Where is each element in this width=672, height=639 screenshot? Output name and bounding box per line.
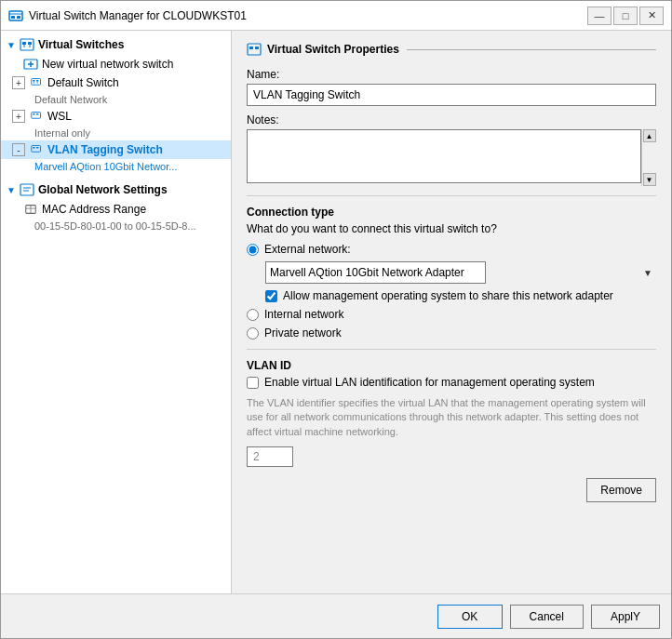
close-button[interactable]: ✕: [639, 7, 664, 25]
scroll-up-arrow[interactable]: ▲: [643, 129, 656, 142]
mac-value-sub: 00-15-5D-80-01-00 to 00-15-5D-8...: [1, 219, 231, 233]
vlan-section: VLAN ID Enable virtual LAN identificatio…: [247, 359, 656, 467]
left-panel: ▼ Virtual Switches: [1, 31, 232, 593]
svg-rect-21: [33, 147, 34, 149]
wsl-item[interactable]: + WSL: [1, 107, 231, 126]
ok-button[interactable]: OK: [437, 605, 503, 629]
main-window: Virtual Switch Manager for CLOUDWKST01 —…: [0, 0, 672, 639]
default-switch-label: Default Switch: [47, 76, 119, 89]
default-switch-sub: Default Network: [1, 92, 231, 107]
maximize-button[interactable]: □: [613, 7, 638, 25]
mac-range-item[interactable]: MAC Address Range: [1, 200, 231, 219]
vlan-expand[interactable]: -: [12, 143, 25, 156]
wsl-icon: [29, 109, 44, 124]
svg-rect-14: [36, 80, 38, 82]
default-switch-expand[interactable]: +: [12, 76, 25, 89]
adapter-dropdown-wrapper: Marvell AQtion 10Gbit Network Adapter ▼: [265, 261, 656, 284]
svg-rect-17: [32, 113, 41, 119]
wsl-sublabel: Internal only: [34, 127, 90, 139]
svg-rect-3: [17, 16, 20, 19]
vlan-title: VLAN ID: [247, 359, 656, 372]
private-network-radio[interactable]: [247, 327, 259, 339]
global-collapse-arrow[interactable]: ▼: [7, 185, 16, 195]
section-divider-2: [247, 349, 656, 350]
window-controls: — □ ✕: [587, 7, 664, 25]
external-network-radio[interactable]: [247, 244, 259, 256]
virtual-switches-icon: [20, 37, 34, 52]
new-virtual-switch-label: New virtual network switch: [42, 58, 173, 71]
svg-rect-12: [32, 79, 41, 86]
title-divider: [407, 49, 656, 50]
name-input[interactable]: [247, 84, 656, 106]
vlan-enable-checkbox[interactable]: [247, 377, 259, 389]
internal-network-option[interactable]: Internal network: [247, 308, 656, 321]
private-network-label: Private network: [264, 326, 342, 339]
virtual-switches-label: Virtual Switches: [38, 38, 124, 51]
global-network-header: ▼ Global Network Settings: [1, 180, 231, 200]
notes-row: Notes: ▲ ▼: [247, 113, 656, 186]
properties-header: Virtual Switch Properties: [247, 42, 656, 57]
share-adapter-checkbox[interactable]: [265, 290, 277, 302]
adapter-dropdown-container: Marvell AQtion 10Gbit Network Adapter ▼: [265, 261, 656, 284]
vlan-tagging-switch-item[interactable]: - VLAN Tagging Switch: [1, 140, 231, 159]
adapter-dropdown[interactable]: Marvell AQtion 10Gbit Network Adapter: [265, 261, 486, 284]
share-adapter-label: Allow management operating system to sha…: [283, 289, 613, 302]
svg-rect-23: [20, 184, 34, 195]
title-bar: Virtual Switch Manager for CLOUDWKST01 —…: [1, 1, 671, 31]
remove-button[interactable]: Remove: [586, 478, 656, 502]
internal-network-label: Internal network: [264, 308, 343, 321]
share-adapter-checkbox-row[interactable]: Allow management operating system to sha…: [265, 289, 656, 302]
properties-title: Virtual Switch Properties: [267, 43, 399, 56]
wsl-sub: Internal only: [1, 126, 231, 140]
minimize-button[interactable]: —: [587, 7, 612, 25]
apply-button[interactable]: ApplY: [591, 605, 660, 629]
window-title: Virtual Switch Manager for CLOUDWKST01: [29, 9, 587, 22]
new-virtual-switch-item[interactable]: New virtual network switch: [1, 55, 231, 73]
dropdown-arrow-icon: ▼: [643, 268, 652, 278]
mac-value-label: 00-15-5D-80-01-00 to 00-15-5D-8...: [34, 220, 196, 232]
default-switch-sublabel: Default Network: [34, 94, 107, 105]
notes-scrollbar[interactable]: ▲ ▼: [641, 129, 656, 186]
private-network-option[interactable]: Private network: [247, 326, 656, 339]
vlan-number-input[interactable]: [247, 446, 293, 467]
svg-rect-20: [32, 146, 41, 153]
svg-rect-6: [28, 42, 32, 45]
virtual-switches-header: ▼ Virtual Switches: [1, 34, 231, 55]
svg-rect-19: [36, 113, 38, 115]
svg-rect-5: [22, 42, 26, 45]
vlan-checkbox-label: Enable virtual LAN identification for ma…: [264, 376, 595, 389]
svg-rect-4: [20, 39, 34, 50]
notes-textarea[interactable]: [247, 129, 641, 183]
internal-network-radio[interactable]: [247, 309, 259, 321]
name-label: Name:: [247, 68, 656, 81]
vlan-checkbox-row[interactable]: Enable virtual LAN identification for ma…: [247, 376, 656, 389]
default-switch-item[interactable]: + Default Switch: [1, 73, 231, 92]
bottom-bar: OK Cancel ApplY: [1, 593, 671, 638]
default-switch-icon: [29, 75, 44, 90]
window-icon: [8, 8, 23, 23]
name-row: Name:: [247, 68, 656, 106]
cancel-button[interactable]: Cancel: [510, 605, 584, 629]
wsl-label: WSL: [47, 110, 72, 123]
mac-range-label: MAC Address Range: [42, 203, 146, 216]
connection-type-question: What do you want to connect this virtual…: [247, 222, 656, 235]
svg-rect-22: [36, 147, 38, 149]
properties-icon: [247, 42, 262, 57]
wsl-expand[interactable]: +: [12, 110, 25, 123]
svg-rect-18: [33, 113, 34, 115]
new-switch-icon: [23, 57, 38, 72]
collapse-arrow[interactable]: ▼: [7, 40, 16, 50]
right-panel: Virtual Switch Properties Name: Notes: ▲…: [232, 31, 671, 593]
scroll-down-arrow[interactable]: ▼: [643, 173, 656, 186]
svg-rect-31: [255, 47, 259, 49]
vlan-tagging-label: VLAN Tagging Switch: [47, 143, 163, 156]
marvell-label: Marvell AQtion 10Gbit Networ...: [34, 161, 177, 172]
remove-button-row: Remove: [247, 478, 656, 502]
section-divider-1: [247, 195, 656, 196]
global-network-label: Global Network Settings: [38, 183, 168, 196]
global-network-icon: [20, 182, 34, 197]
svg-rect-30: [249, 47, 253, 49]
svg-rect-2: [11, 16, 15, 19]
external-network-option[interactable]: External network:: [247, 243, 656, 256]
vlan-icon: [29, 142, 44, 157]
